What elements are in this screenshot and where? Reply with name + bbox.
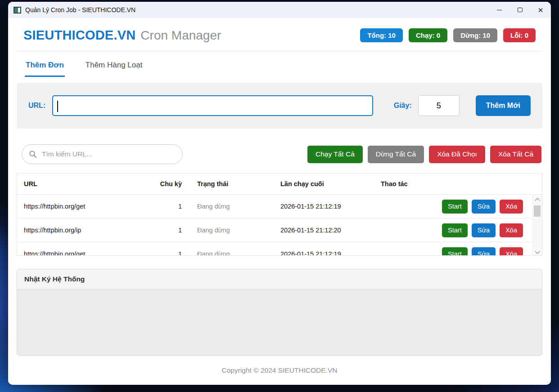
- cell-actions: StartSửaXóa: [374, 247, 542, 256]
- cell-actions: StartSửaXóa: [374, 200, 542, 214]
- badge-errors: Lỗi: 0: [503, 28, 536, 42]
- table-row[interactable]: https://httpbin.org/get 1 Đang dừng 2026…: [17, 195, 542, 218]
- cell-url: https://httpbin.org/get: [17, 250, 145, 256]
- system-log-title: Nhật Ký Hệ Thống: [17, 269, 542, 290]
- tab-bar: Thêm Đơn Thêm Hàng Loạt: [17, 55, 542, 77]
- bulk-action-buttons: Chạy Tất Cả Dừng Tất Cả Xóa Đã Chọı Xóa …: [307, 146, 541, 163]
- minimize-icon: [497, 10, 502, 10]
- stop-all-button[interactable]: Dừng Tất Cả: [368, 146, 424, 163]
- search-wrap: [22, 144, 183, 164]
- table-scrollbar[interactable]: [532, 195, 542, 255]
- edit-button[interactable]: Sửa: [472, 223, 496, 237]
- add-job-form: URL: Giây: Thêm Mới: [17, 83, 542, 129]
- scroll-up-icon[interactable]: [535, 198, 540, 203]
- cell-last-run: 2026-01-15 21:12:19: [274, 203, 374, 210]
- table-row[interactable]: https://httpbin.org/get 1 Đang dừng 2026…: [17, 242, 542, 256]
- delete-selected-button[interactable]: Xóa Đã Chọı: [429, 146, 485, 163]
- badge-total: Tổng: 10: [360, 28, 403, 42]
- tab-them-hang-loat[interactable]: Thêm Hàng Loạt: [85, 55, 144, 77]
- close-button[interactable]: ✕: [530, 2, 551, 18]
- cell-interval: 1: [145, 250, 188, 256]
- maximize-icon: [518, 8, 523, 12]
- window-controls: ✕: [489, 2, 551, 18]
- status-badges: Tổng: 10 Chạy: 0 Dừng: 10 Lỗi: 0: [360, 28, 542, 42]
- url-label: URL:: [28, 102, 45, 110]
- toolbar: Chạy Tất Cả Dừng Tất Cả Xóa Đã Chọı Xóa …: [17, 144, 542, 164]
- cell-last-run: 2026-01-15 21:12:20: [274, 227, 374, 234]
- delete-button[interactable]: Xóa: [500, 200, 523, 214]
- badge-running: Chạy: 0: [409, 28, 447, 42]
- search-icon: [29, 150, 37, 158]
- system-log-body: [17, 290, 542, 356]
- cell-interval: 1: [145, 203, 188, 210]
- table-header-row: URL Chu kỳ Trạng thái Lần chạy cuối Thao…: [17, 174, 542, 195]
- page-title: Cron Manager: [140, 28, 221, 43]
- header-divider: [17, 51, 542, 51]
- brand-title: SIEUTHICODE.VN: [23, 28, 135, 43]
- cell-status: Đang dừng: [188, 227, 274, 234]
- jobs-table: URL Chu kỳ Trạng thái Lần chạy cuối Thao…: [17, 173, 542, 256]
- delete-all-button[interactable]: Xóa Tất Cả: [490, 146, 541, 163]
- app-icon: [14, 7, 21, 13]
- brand-row: SIEUTHICODE.VN Cron Manager: [17, 28, 221, 43]
- start-button[interactable]: Start: [442, 223, 468, 237]
- delete-button[interactable]: Xóa: [500, 223, 523, 237]
- cell-interval: 1: [145, 227, 188, 234]
- edit-button[interactable]: Sửa: [472, 247, 496, 256]
- seconds-input[interactable]: [418, 95, 460, 116]
- start-button[interactable]: Start: [442, 200, 468, 214]
- search-input[interactable]: [22, 144, 183, 164]
- cell-status: Đang dừng: [188, 203, 274, 210]
- column-header-status: Trạng thái: [188, 180, 274, 187]
- start-button[interactable]: Start: [442, 247, 468, 256]
- add-new-button[interactable]: Thêm Mới: [476, 95, 531, 116]
- edit-button[interactable]: Sửa: [472, 200, 496, 214]
- table-body: https://httpbin.org/get 1 Đang dừng 2026…: [17, 195, 542, 256]
- system-log-panel: Nhật Ký Hệ Thống: [17, 269, 542, 356]
- column-header-interval: Chu kỳ: [145, 180, 188, 187]
- cell-last-run: 2026-01-15 21:12:19: [274, 250, 374, 256]
- scrollbar-thumb[interactable]: [534, 205, 541, 217]
- close-icon: ✕: [538, 7, 544, 13]
- column-header-actions: Thao tác: [374, 180, 542, 187]
- column-header-url: URL: [17, 180, 145, 187]
- table-row[interactable]: https://httpbin.org/ip 1 Đang dừng 2026-…: [17, 218, 542, 242]
- cell-url: https://httpbin.org/ip: [17, 227, 145, 234]
- titlebar: Quản Lý Cron Job - SIEUTHICODE.VN ✕: [8, 2, 551, 18]
- tab-them-don[interactable]: Thêm Đơn: [25, 55, 65, 77]
- delete-button[interactable]: Xóa: [500, 247, 523, 256]
- copyright-text: Copyright © 2024 SIEUTHICODE.VN: [17, 366, 542, 374]
- cell-actions: StartSửaXóa: [374, 223, 542, 237]
- column-header-last-run: Lần chạy cuối: [274, 180, 374, 187]
- badge-stopped: Dừng: 10: [453, 28, 497, 42]
- run-all-button[interactable]: Chạy Tất Cả: [307, 146, 363, 163]
- url-input[interactable]: [52, 95, 373, 116]
- text-caret: [57, 101, 58, 112]
- main-content: SIEUTHICODE.VN Cron Manager Tổng: 10 Chạ…: [8, 18, 551, 385]
- cell-url: https://httpbin.org/get: [17, 203, 145, 210]
- scroll-down-icon[interactable]: [535, 249, 540, 254]
- seconds-label: Giây:: [394, 102, 412, 110]
- maximize-button[interactable]: [509, 2, 530, 18]
- app-window: Quản Lý Cron Job - SIEUTHICODE.VN ✕ SIEU…: [8, 2, 551, 385]
- window-title: Quản Lý Cron Job - SIEUTHICODE.VN: [25, 6, 135, 13]
- cell-status: Đang dừng: [188, 250, 274, 256]
- app-header: SIEUTHICODE.VN Cron Manager Tổng: 10 Chạ…: [17, 28, 542, 43]
- minimize-button[interactable]: [489, 2, 509, 18]
